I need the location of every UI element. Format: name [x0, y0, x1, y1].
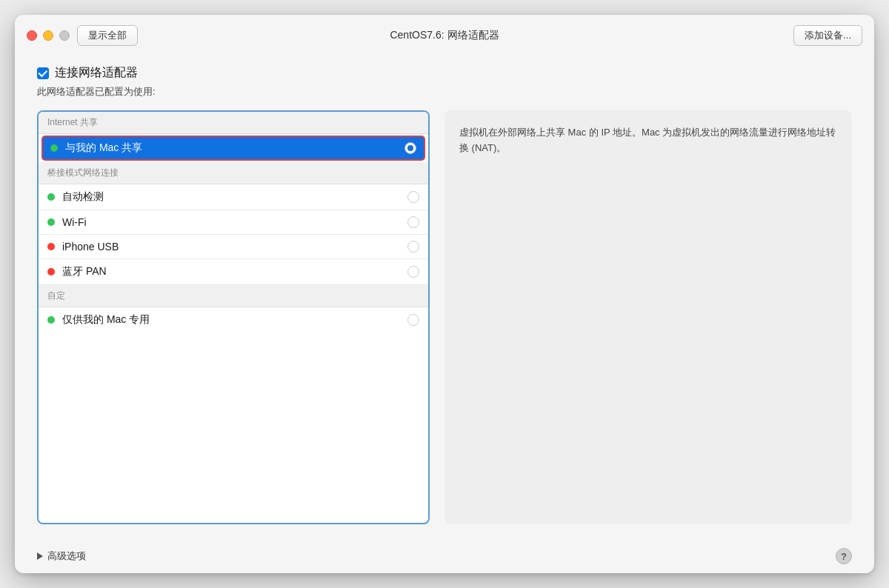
list-item-mac-only[interactable]: 仅供我的 Mac 专用: [39, 307, 428, 333]
add-device-button[interactable]: 添加设备...: [793, 25, 862, 46]
list-item-iphone-usb[interactable]: iPhone USB: [39, 235, 428, 259]
status-dot-bluetooth: [47, 268, 55, 275]
advanced-label: 高级选项: [47, 549, 86, 563]
radio-mac-sharing[interactable]: [404, 142, 416, 154]
description-panel: 虚拟机在外部网络上共享 Mac 的 IP 地址。Mac 为虚拟机发出的网络流量进…: [444, 110, 852, 524]
traffic-lights: [27, 30, 70, 41]
triangle-icon: [37, 552, 43, 560]
connect-checkbox[interactable]: [37, 67, 49, 79]
status-dot-auto: [47, 193, 55, 201]
list-item-wifi[interactable]: Wi-Fi: [39, 210, 428, 235]
list-item-bluetooth[interactable]: 蓝牙 PAN: [39, 259, 428, 285]
radio-bluetooth[interactable]: [407, 266, 419, 278]
network-list-panel: Internet 共享 与我的 Mac 共享 桥接模式网络连接 自动检测: [37, 110, 430, 524]
item-label-mac-sharing: 与我的 Mac 共享: [65, 141, 404, 155]
show-all-button[interactable]: 显示全部: [77, 25, 138, 46]
close-button[interactable]: [27, 30, 37, 41]
custom-header: 自定: [39, 285, 428, 307]
status-dot-green: [50, 144, 58, 152]
item-label-wifi: Wi-Fi: [62, 216, 407, 228]
bridged-header: 桥接模式网络连接: [39, 162, 428, 184]
window: 显示全部 CentOS7.6: 网络适配器 添加设备... 连接网络适配器 此网…: [15, 15, 874, 573]
main-area: Internet 共享 与我的 Mac 共享 桥接模式网络连接 自动检测: [37, 110, 852, 524]
content-area: 连接网络适配器 此网络适配器已配置为使用: Internet 共享 与我的 Ma…: [15, 53, 874, 539]
help-button[interactable]: ?: [836, 548, 852, 564]
connect-label: 连接网络适配器: [55, 65, 138, 81]
description-text: 虚拟机在外部网络上共享 Mac 的 IP 地址。Mac 为虚拟机发出的网络流量进…: [459, 125, 837, 156]
status-dot-mac-only: [47, 316, 55, 324]
item-label-iphone-usb: iPhone USB: [62, 241, 407, 253]
advanced-options-button[interactable]: 高级选项: [37, 549, 86, 563]
radio-iphone-usb[interactable]: [407, 241, 419, 253]
radio-mac-only[interactable]: [407, 314, 419, 326]
connect-row: 连接网络适配器: [37, 65, 852, 81]
list-item-mac-sharing[interactable]: 与我的 Mac 共享: [41, 136, 425, 161]
bottom-bar: 高级选项 ?: [15, 539, 874, 573]
config-text: 此网络适配器已配置为使用:: [37, 85, 852, 98]
fullscreen-button[interactable]: [59, 30, 70, 41]
radio-wifi[interactable]: [407, 216, 419, 228]
radio-auto-detect[interactable]: [407, 191, 419, 203]
item-label-auto-detect: 自动检测: [62, 190, 407, 204]
list-item-auto-detect[interactable]: 自动检测: [39, 184, 428, 210]
status-dot-iphone: [47, 243, 55, 250]
window-title: CentOS7.6: 网络适配器: [390, 29, 499, 42]
minimize-button[interactable]: [43, 30, 53, 41]
item-label-mac-only: 仅供我的 Mac 专用: [62, 313, 407, 327]
titlebar: 显示全部 CentOS7.6: 网络适配器 添加设备...: [15, 15, 874, 53]
status-dot-wifi: [47, 218, 55, 226]
item-label-bluetooth: 蓝牙 PAN: [62, 265, 407, 278]
internet-sharing-header: Internet 共享: [39, 112, 428, 134]
